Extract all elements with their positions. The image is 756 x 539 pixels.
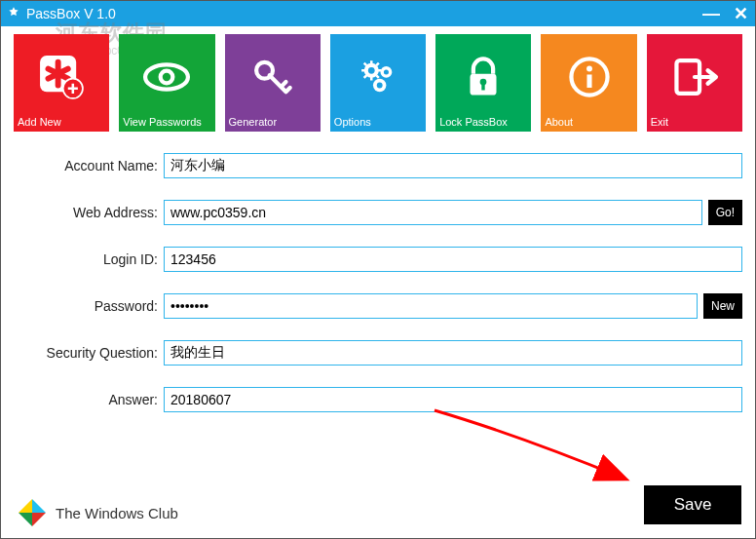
generator-label: Generator bbox=[229, 116, 278, 128]
about-label: About bbox=[545, 116, 573, 128]
key-icon bbox=[246, 51, 299, 103]
exit-tile[interactable]: Exit bbox=[647, 34, 742, 132]
generator-tile[interactable]: Generator bbox=[225, 34, 321, 132]
eye-icon bbox=[140, 51, 193, 103]
app-title: PassBox V 1.0 bbox=[26, 6, 697, 21]
tile-toolbar: Add New View Passwords Generator Options bbox=[1, 26, 755, 135]
web-address-label: Web Address: bbox=[14, 205, 158, 220]
exit-label: Exit bbox=[651, 116, 668, 128]
svg-marker-23 bbox=[32, 513, 46, 526]
password-label: Password: bbox=[14, 298, 158, 314]
svg-marker-22 bbox=[19, 513, 32, 526]
minimize-button[interactable]: — bbox=[697, 2, 726, 25]
add-new-label: Add New bbox=[18, 116, 61, 128]
security-question-label: Security Question: bbox=[14, 345, 158, 361]
answer-field[interactable] bbox=[164, 387, 742, 412]
windows-club-icon bbox=[17, 497, 48, 528]
annotation-arrow bbox=[430, 405, 663, 513]
exit-icon bbox=[668, 51, 721, 103]
web-address-row: Web Address: Go! bbox=[14, 200, 742, 225]
close-button[interactable]: ✕ bbox=[726, 2, 755, 25]
about-tile[interactable]: About bbox=[541, 34, 636, 132]
options-tile[interactable]: Options bbox=[330, 34, 426, 132]
svg-rect-14 bbox=[482, 84, 485, 91]
svg-point-16 bbox=[586, 66, 592, 72]
svg-point-7 bbox=[368, 67, 375, 74]
security-question-row: Security Question: bbox=[14, 340, 742, 366]
asterisk-add-icon bbox=[35, 51, 88, 103]
password-row: Password: New bbox=[14, 293, 742, 319]
save-button[interactable]: Save bbox=[644, 485, 741, 524]
lock-passbox-label: Lock PassBox bbox=[439, 116, 508, 128]
svg-marker-21 bbox=[32, 499, 46, 513]
add-new-tile[interactable]: Add New bbox=[14, 34, 109, 132]
main-form: Account Name: Web Address: Go! Login ID:… bbox=[1, 135, 755, 412]
lock-icon bbox=[457, 51, 510, 103]
window-controls: — ✕ bbox=[697, 2, 755, 25]
password-field[interactable] bbox=[164, 293, 698, 319]
svg-rect-17 bbox=[586, 74, 591, 88]
footer-brand-text: The Windows Club bbox=[56, 505, 178, 521]
go-button[interactable]: Go! bbox=[708, 200, 742, 225]
security-question-field[interactable] bbox=[164, 340, 742, 366]
answer-label: Answer: bbox=[14, 392, 158, 407]
login-id-field[interactable] bbox=[164, 247, 742, 272]
answer-row: Answer: bbox=[14, 387, 742, 412]
footer-brand: The Windows Club bbox=[17, 497, 178, 528]
svg-point-4 bbox=[163, 73, 170, 81]
view-passwords-tile[interactable]: View Passwords bbox=[119, 34, 214, 132]
svg-point-9 bbox=[384, 69, 389, 74]
svg-marker-20 bbox=[19, 499, 32, 513]
web-address-field[interactable] bbox=[164, 200, 702, 225]
account-name-label: Account Name: bbox=[14, 158, 158, 173]
account-name-row: Account Name: bbox=[14, 153, 742, 178]
titlebar: PassBox V 1.0 — ✕ bbox=[0, 0, 756, 26]
info-icon bbox=[563, 51, 616, 103]
login-id-row: Login ID: bbox=[14, 247, 742, 272]
svg-point-11 bbox=[377, 82, 383, 88]
lock-passbox-tile[interactable]: Lock PassBox bbox=[435, 34, 531, 132]
options-label: Options bbox=[334, 116, 371, 128]
new-password-button[interactable]: New bbox=[703, 293, 742, 319]
gears-icon bbox=[352, 51, 404, 103]
app-icon bbox=[7, 6, 26, 22]
view-passwords-label: View Passwords bbox=[123, 116, 202, 128]
login-id-label: Login ID: bbox=[14, 251, 158, 267]
account-name-field[interactable] bbox=[164, 153, 742, 178]
